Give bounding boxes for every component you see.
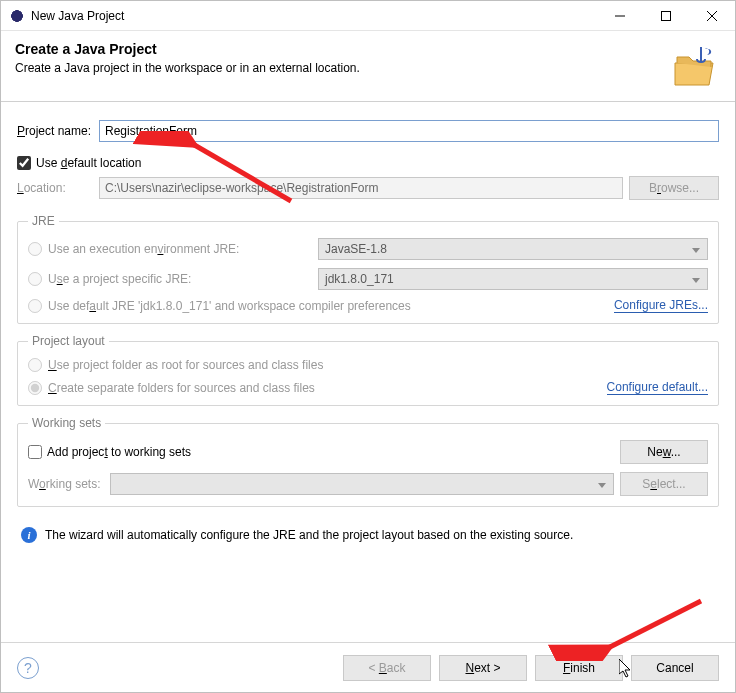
new-working-set-button[interactable]: New... [620, 440, 708, 464]
location-label: Location: [17, 181, 99, 195]
layout-separate-folders-radio [28, 381, 42, 395]
cancel-button[interactable]: Cancel [631, 655, 719, 681]
jre-legend: JRE [28, 214, 59, 228]
jre-group: JRE Use an execution environment JRE: Ja… [17, 214, 719, 324]
titlebar: New Java Project [1, 1, 735, 31]
wizard-content: Project name: Use default location Locat… [1, 102, 735, 551]
select-working-set-button: Select... [620, 472, 708, 496]
jre-default-radio [28, 299, 42, 313]
add-to-working-sets-checkbox[interactable] [28, 445, 42, 459]
jre-default-label: Use default JRE 'jdk1.8.0_171' and works… [48, 299, 411, 313]
finish-button[interactable]: Finish [535, 655, 623, 681]
next-button[interactable]: Next > [439, 655, 527, 681]
layout-single-folder-label: Use project folder as root for sources a… [48, 358, 323, 372]
wizard-footer: ? < Back Next > Finish Cancel [1, 642, 735, 692]
help-button[interactable]: ? [17, 657, 39, 679]
maximize-button[interactable] [643, 1, 689, 31]
eclipse-icon [9, 8, 25, 24]
wizard-title: Create a Java Project [15, 41, 671, 57]
project-layout-legend: Project layout [28, 334, 109, 348]
svg-rect-1 [662, 11, 671, 20]
use-default-location-checkbox[interactable] [17, 156, 31, 170]
jre-execution-env-label: Use an execution environment JRE: [48, 242, 318, 256]
working-sets-label: Working sets: [28, 477, 110, 491]
jre-project-specific-label: Use a project specific JRE: [48, 272, 318, 286]
close-button[interactable] [689, 1, 735, 31]
layout-separate-folders-label: Create separate folders for sources and … [48, 381, 315, 395]
use-default-location-label: Use default location [36, 156, 141, 170]
add-to-working-sets-label: Add project to working sets [47, 445, 191, 459]
jre-project-specific-radio [28, 272, 42, 286]
layout-single-folder-radio [28, 358, 42, 372]
jre-execution-env-radio [28, 242, 42, 256]
configure-default-link[interactable]: Configure default... [607, 380, 708, 395]
working-sets-legend: Working sets [28, 416, 105, 430]
info-row: i The wizard will automatically configur… [17, 517, 719, 547]
browse-button: Browse... [629, 176, 719, 200]
project-layout-group: Project layout Use project folder as roo… [17, 334, 719, 406]
folder-java-icon [671, 45, 719, 93]
wizard-subtitle: Create a Java project in the workspace o… [15, 61, 671, 75]
location-input [99, 177, 623, 199]
working-sets-combo [110, 473, 614, 495]
configure-jres-link[interactable]: Configure JREs... [614, 298, 708, 313]
minimize-button[interactable] [597, 1, 643, 31]
window-title: New Java Project [31, 9, 597, 23]
info-text: The wizard will automatically configure … [45, 528, 573, 542]
jre-execution-env-combo: JavaSE-1.8 [318, 238, 708, 260]
project-name-label: Project name: [17, 124, 99, 138]
project-name-input[interactable] [99, 120, 719, 142]
wizard-header: Create a Java Project Create a Java proj… [1, 31, 735, 102]
working-sets-group: Working sets Add project to working sets… [17, 416, 719, 507]
jre-project-specific-combo: jdk1.8.0_171 [318, 268, 708, 290]
info-icon: i [21, 527, 37, 543]
back-button: < Back [343, 655, 431, 681]
